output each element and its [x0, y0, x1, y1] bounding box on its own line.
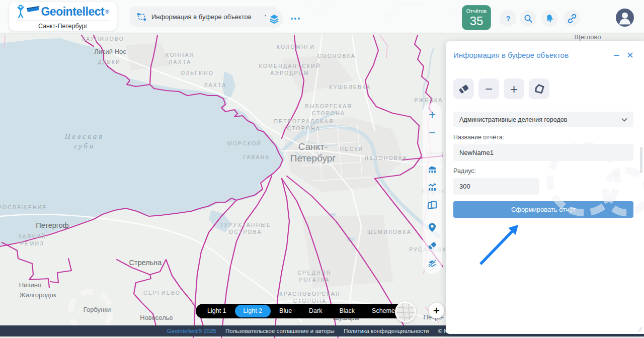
footer-terms-link[interactable]: Пользовательское соглашение и авторы — [225, 328, 335, 334]
map-style-switcher: Light 1Light 2BlueDarkBlackScheme — [196, 304, 407, 318]
buffer-info-panel: Информация в буфере объектов — [446, 41, 644, 334]
buffer-tool-icon — [137, 12, 146, 22]
panel-resize-handle[interactable] — [637, 327, 642, 332]
user-avatar[interactable] — [616, 9, 634, 27]
area-chart-icon — [427, 164, 437, 174]
radius-label: Радиус: — [453, 167, 633, 175]
minimize-icon — [613, 52, 620, 58]
zoom-out-button[interactable]: − — [424, 125, 441, 140]
radius-input[interactable] — [453, 178, 539, 195]
logo-title: Geointellect — [41, 6, 104, 18]
line-chart-icon — [427, 182, 437, 192]
eraser-button[interactable] — [424, 238, 441, 253]
footer-privacy-link[interactable]: Политика конфиденциальности — [344, 328, 429, 334]
add-object-button[interactable]: + — [504, 78, 524, 99]
layers-off-icon — [427, 259, 437, 269]
minimap-thumbnail[interactable] — [395, 301, 416, 322]
style-option[interactable]: Blue — [271, 305, 300, 317]
active-tool-label: Информация в буфере объектов — [151, 13, 252, 21]
bell-icon — [545, 14, 554, 23]
polygon-icon — [533, 83, 545, 95]
minimap-texture — [396, 303, 415, 321]
more-button[interactable] — [288, 13, 303, 24]
layers-toggle-button[interactable] — [424, 256, 441, 271]
logo-divider — [16, 20, 110, 21]
eraser-icon — [427, 240, 437, 250]
remove-object-button[interactable]: − — [478, 78, 499, 99]
header-bar: Geointellect ® Санкт-Петербург Информаци… — [0, 0, 644, 33]
style-option[interactable]: Light 2 — [235, 305, 271, 317]
active-tool-dropdown[interactable]: Информация в буфере объектов — [130, 7, 278, 27]
reports-badge-label: Отчётов — [466, 8, 487, 15]
pin-icon — [427, 222, 437, 232]
eraser-icon — [458, 83, 469, 95]
draw-polygon-button[interactable] — [529, 78, 549, 99]
layer-select-value: Административные деления городов — [459, 116, 621, 123]
report-name-label: Название отчёта: — [453, 134, 633, 141]
location-pin-button[interactable] — [424, 220, 441, 235]
search-button[interactable] — [520, 10, 536, 27]
zoom-in-fab[interactable]: + — [429, 303, 444, 318]
reports-badge[interactable]: Отчётов 35 — [462, 5, 491, 30]
buffer-tools: − + — [453, 78, 633, 99]
share-link-button[interactable] — [564, 10, 580, 27]
report-name-input[interactable] — [453, 144, 633, 161]
reports-badge-count: 35 — [470, 15, 484, 28]
map-controls: + − — [423, 103, 442, 274]
area-report-button[interactable] — [424, 161, 441, 177]
devices-icon — [427, 200, 437, 210]
logo-reg-mark: ® — [105, 9, 109, 15]
devices-button[interactable] — [424, 198, 441, 213]
close-icon — [627, 52, 633, 58]
logo: Geointellect ® — [9, 2, 117, 19]
svg-text:?: ? — [506, 14, 510, 22]
ellipsis-icon — [291, 18, 300, 20]
avatar-icon — [616, 9, 634, 27]
notifications-button[interactable] — [541, 10, 558, 27]
analytics-button[interactable] — [424, 180, 441, 195]
panel-minimize-button[interactable] — [613, 52, 620, 60]
panel-close-button[interactable] — [627, 52, 633, 60]
footer-brand[interactable]: Geointellect® 2025 — [167, 328, 216, 334]
search-icon — [524, 14, 533, 23]
generate-report-button[interactable]: Сформировать отчёт — [453, 201, 633, 218]
help-icon: ? — [504, 14, 513, 23]
geointellect-logo-icon — [17, 5, 40, 19]
page-scrollbar-thumb[interactable] — [640, 147, 642, 173]
style-option[interactable]: Dark — [300, 305, 331, 317]
help-button[interactable]: ? — [500, 10, 516, 27]
style-option[interactable]: Light 1 — [199, 305, 235, 317]
logo-card[interactable]: Geointellect ® Санкт-Петербург — [9, 2, 117, 31]
style-option[interactable]: Black — [331, 305, 364, 317]
panel-title: Информация в буфере объектов — [453, 51, 569, 59]
layer-select[interactable]: Административные деления городов — [453, 112, 633, 127]
layers-button[interactable] — [265, 10, 283, 28]
logo-subtitle: Санкт-Петербург — [9, 23, 117, 30]
link-icon — [567, 14, 577, 24]
layers-icon — [269, 13, 280, 24]
zoom-in-button[interactable]: + — [424, 107, 441, 122]
erase-selection-button[interactable] — [453, 78, 474, 99]
chevron-down-icon — [621, 118, 627, 122]
